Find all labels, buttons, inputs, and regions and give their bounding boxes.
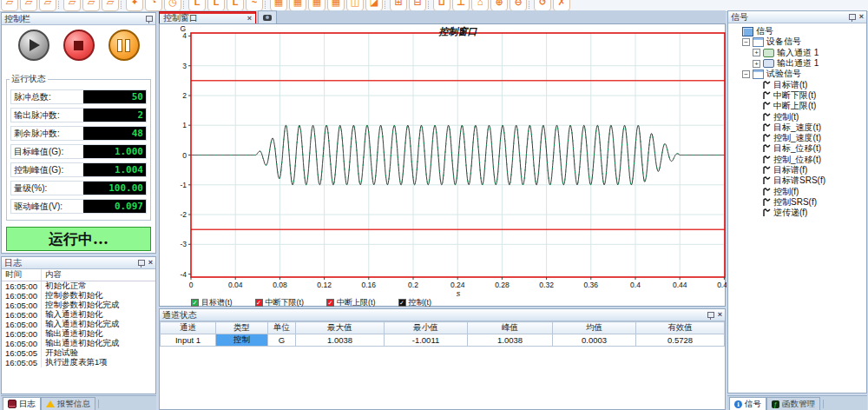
tab-label: 报警信息 bbox=[57, 399, 90, 410]
collapse-icon[interactable]: − bbox=[742, 38, 750, 46]
save-icon: ▱ bbox=[44, 0, 51, 10]
tree-item[interactable]: 控制(t) bbox=[730, 111, 866, 122]
pause-button[interactable] bbox=[108, 30, 140, 61]
tree-item[interactable]: +输出通道 1 bbox=[730, 58, 866, 69]
control-panel: 控制栏 运行状态 脉冲总数:50输出脉冲数:2剩余脉冲数:48目标峰值(G):1… bbox=[1, 12, 156, 254]
pin-icon[interactable] bbox=[146, 16, 153, 22]
status-label: 控制峰值(G): bbox=[11, 164, 83, 176]
tree-item[interactable]: 中断上限(t) bbox=[730, 101, 866, 111]
toolbar-separator bbox=[58, 0, 62, 9]
signal-icon bbox=[763, 176, 771, 185]
close-icon[interactable]: × bbox=[718, 311, 722, 319]
pie-icon: ◔ bbox=[151, 0, 157, 10]
toolbar-button-star[interactable]: ✦ bbox=[126, 0, 143, 11]
toolbar-button-copy[interactable]: ▱ bbox=[63, 0, 81, 11]
tab-snapshot[interactable] bbox=[258, 10, 277, 23]
tree-item[interactable]: −设备信号 bbox=[730, 36, 866, 47]
column-header[interactable]: 通道 bbox=[161, 322, 216, 334]
tree-item[interactable]: 控制(f) bbox=[730, 186, 866, 196]
close-icon[interactable]: × bbox=[859, 13, 864, 21]
tree-item[interactable]: 控制_位移(t) bbox=[730, 155, 866, 165]
tree-item[interactable]: 控制SRS(f) bbox=[730, 197, 866, 208]
pin-icon[interactable] bbox=[707, 312, 714, 318]
svg-text:2: 2 bbox=[182, 91, 187, 100]
expand-icon[interactable]: + bbox=[753, 60, 760, 68]
signal-icon bbox=[763, 91, 771, 100]
close-icon[interactable]: × bbox=[148, 259, 153, 267]
tree-item[interactable]: 目标谱SRS(f) bbox=[730, 175, 866, 186]
toolbar-button-save[interactable]: ▱ bbox=[39, 0, 56, 11]
no-expander bbox=[753, 91, 760, 99]
legend-label: 中断下限(t) bbox=[266, 297, 305, 308]
stop-button[interactable] bbox=[63, 30, 95, 61]
signal-icon bbox=[763, 123, 771, 132]
running-status-box: 运行中... bbox=[6, 227, 151, 251]
signal-icon bbox=[763, 208, 771, 217]
open-view-icon: ⌂ bbox=[477, 0, 483, 10]
grid-3-icon: ▦ bbox=[312, 0, 321, 10]
svg-text:0.12: 0.12 bbox=[317, 281, 332, 289]
toolbar-separator bbox=[183, 0, 187, 9]
svg-text:0.28: 0.28 bbox=[495, 281, 510, 289]
legend-checkbox-icon[interactable]: ✓ bbox=[255, 299, 263, 307]
tree-item[interactable]: 目标_速度(t) bbox=[730, 122, 866, 133]
legend-item[interactable]: ✓目标谱(t) bbox=[191, 297, 233, 308]
column-header[interactable]: 类型 bbox=[216, 322, 268, 334]
export-icon: ⊥ bbox=[457, 0, 465, 10]
legend-checkbox-icon[interactable]: ✓ bbox=[398, 299, 406, 307]
legend-item[interactable]: ✓控制(t) bbox=[398, 297, 432, 308]
toolbar-button-print[interactable]: ▱ bbox=[102, 0, 119, 11]
tab-1[interactable]: 日志 bbox=[3, 397, 41, 410]
svg-text:0.4: 0.4 bbox=[630, 281, 641, 289]
column-header[interactable]: 单位 bbox=[268, 322, 296, 334]
tree-item[interactable]: 信号 bbox=[730, 26, 866, 36]
tab-control-window[interactable]: 控制窗口 × bbox=[159, 11, 256, 23]
column-header[interactable]: 均值 bbox=[553, 322, 636, 334]
column-header[interactable]: 峰值 bbox=[468, 322, 553, 334]
tab-2[interactable]: 报警信息 bbox=[41, 397, 95, 410]
tree-item[interactable]: 控制_速度(t) bbox=[730, 133, 866, 143]
status-row: 剩余脉冲数:48 bbox=[10, 126, 147, 141]
tab-1[interactable]: i信号 bbox=[729, 397, 766, 410]
tree-item[interactable]: 中断下限(t) bbox=[730, 90, 866, 101]
play-button[interactable] bbox=[18, 30, 49, 61]
collapse-icon[interactable]: − bbox=[742, 70, 750, 78]
no-expander bbox=[753, 102, 760, 110]
document-tab-bar: 控制窗口 × bbox=[159, 10, 726, 23]
toolbar-button-open[interactable]: ▱ bbox=[20, 0, 37, 11]
toolbar-separator bbox=[265, 0, 268, 9]
zoom-out-icon: ⊖ bbox=[514, 0, 522, 10]
column-header[interactable]: 最大值 bbox=[296, 322, 385, 334]
tree-item[interactable]: 目标谱(f) bbox=[730, 165, 866, 175]
log-time: 16:05:00 bbox=[2, 291, 42, 301]
tree-item[interactable]: 逆传递(f) bbox=[730, 208, 866, 218]
svg-text:0.32: 0.32 bbox=[539, 281, 554, 289]
expand-icon[interactable]: + bbox=[753, 49, 760, 56]
log-time: 16:05:05 bbox=[2, 358, 42, 367]
no-expander bbox=[732, 28, 740, 36]
pin-icon[interactable] bbox=[138, 260, 145, 266]
log-panel-title: 日志 bbox=[4, 257, 138, 269]
legend-item[interactable]: ✓中断上限(t) bbox=[326, 297, 376, 308]
toolbar-button-paste[interactable]: ▱ bbox=[82, 0, 100, 11]
pin-icon[interactable] bbox=[849, 14, 856, 20]
waveform-chart[interactable]: 00.040.080.120.160.20.240.280.320.360.40… bbox=[160, 24, 727, 299]
legend-item[interactable]: ✓中断下限(t) bbox=[255, 297, 305, 308]
tree-item[interactable]: −试验信号 bbox=[730, 69, 866, 79]
legend-checkbox-icon[interactable]: ✓ bbox=[326, 299, 334, 307]
tree-item[interactable]: 目标_位移(t) bbox=[730, 143, 866, 154]
star-icon: ✦ bbox=[130, 0, 138, 10]
chart-panel: 00.040.080.120.160.20.240.280.320.360.40… bbox=[159, 23, 726, 307]
toolbar-button-new[interactable]: ▱ bbox=[1, 0, 18, 11]
function-icon: ƒ bbox=[772, 400, 779, 408]
tree-item[interactable]: +输入通道 1 bbox=[730, 48, 866, 58]
column-header[interactable]: 最小值 bbox=[385, 322, 468, 334]
column-header[interactable]: 有效值 bbox=[636, 322, 725, 334]
tree-item[interactable]: 目标谱(t) bbox=[730, 79, 866, 89]
legend-checkbox-icon[interactable]: ✓ bbox=[191, 299, 199, 307]
table-row[interactable]: Input 1控制G1.0038-1.00111.00380.00030.572… bbox=[161, 334, 725, 347]
log-time: 16:05:00 bbox=[2, 281, 42, 291]
tab-close-icon[interactable]: × bbox=[247, 14, 252, 23]
tab-2[interactable]: ƒ函数管理 bbox=[766, 397, 820, 410]
toolbar-separator bbox=[428, 0, 431, 9]
